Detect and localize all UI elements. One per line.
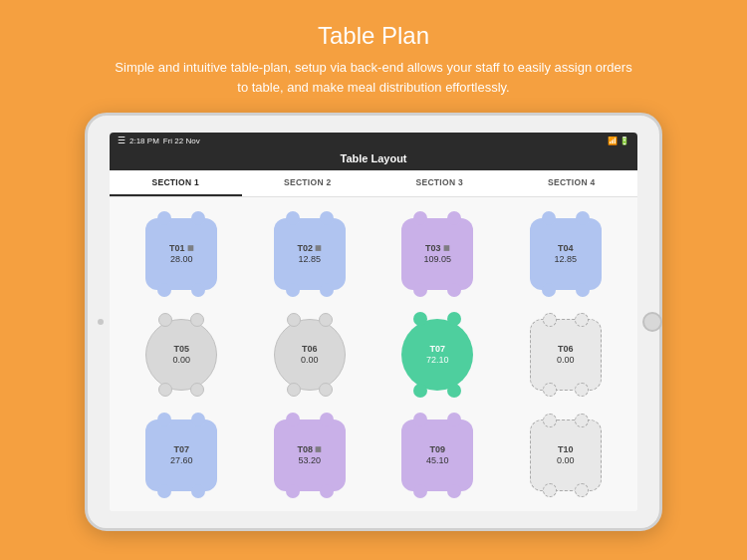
table-label-T08: T08▦ (297, 444, 322, 454)
tab-section2[interactable]: SECTION 2 (242, 170, 374, 196)
table-cell-T10[interactable]: T10 0.00 (506, 409, 626, 501)
page-title: Table Plan (318, 22, 429, 50)
tabs-row: SECTION 1 SECTION 2 SECTION 3 SECTION 4 (110, 170, 637, 197)
table-label-T09: T09 (429, 444, 445, 454)
table-cell-T03[interactable]: T03▦ 109.05 (377, 207, 498, 300)
table-cell-T01[interactable]: T01▦ 28.00 (122, 207, 242, 300)
table-grid: T01▦ 28.00 T02▦ 12.85 (110, 197, 637, 511)
ipad-camera (98, 319, 104, 325)
status-date: Fri 22 Nov (163, 137, 200, 145)
ipad-frame: ☰ 2:18 PM Fri 22 Nov 📶 🔋 Table Layout SE… (85, 113, 662, 531)
table-label-T04: T04 (558, 243, 574, 253)
tab-section3[interactable]: SECTION 3 (374, 170, 506, 196)
table-cell-T07[interactable]: T07 72.10 (377, 308, 498, 401)
tab-section1[interactable]: SECTION 1 (110, 170, 242, 196)
screen-title: Table Layout (340, 152, 406, 164)
table-label-T02: T02▦ (297, 243, 322, 253)
status-bar: ☰ 2:18 PM Fri 22 Nov 📶 🔋 (110, 133, 637, 148)
table-amount-T06b: 0.00 (557, 355, 575, 365)
table-label-T03: T03▦ (425, 243, 450, 253)
hamburger-icon: ☰ (118, 136, 125, 145)
ipad-screen: ☰ 2:18 PM Fri 22 Nov 📶 🔋 Table Layout SE… (110, 133, 637, 511)
table-label-T05: T05 (173, 344, 189, 354)
table-cell-T02[interactable]: T02▦ 12.85 (250, 207, 371, 300)
table-amount-T08: 53.20 (298, 455, 321, 465)
status-time: 2:18 PM (129, 137, 159, 145)
page-subtitle: Simple and intuitive table-plan, setup v… (115, 58, 632, 97)
tab-section4[interactable]: SECTION 4 (506, 170, 638, 196)
table-cell-T04[interactable]: T04 12.85 (506, 207, 626, 300)
table-amount-T07: 72.10 (426, 355, 449, 365)
table-label-T06b: T06 (558, 344, 574, 354)
table-cell-T09[interactable]: T09 45.10 (377, 409, 498, 501)
table-amount-T03: 109.05 (423, 254, 451, 264)
table-amount-T09: 45.10 (426, 455, 449, 465)
status-bar-right: 📶 🔋 (608, 137, 629, 145)
table-label-T06: T06 (302, 344, 318, 354)
table-amount-T01: 28.00 (170, 254, 193, 264)
battery-icon: 🔋 (620, 137, 629, 145)
ipad-home-button[interactable] (642, 312, 662, 332)
table-cell-T06[interactable]: T06 0.00 (250, 308, 371, 401)
table-cell-T08[interactable]: T08▦ 53.20 (250, 409, 371, 501)
wifi-icon: 📶 (608, 137, 620, 145)
table-amount-T06: 0.00 (301, 355, 319, 365)
table-amount-T02: 12.85 (298, 254, 321, 264)
table-label-T07: T07 (429, 344, 445, 354)
table-amount-T05: 0.00 (172, 355, 190, 365)
table-amount-T04: 12.85 (554, 254, 577, 264)
table-cell-T07b[interactable]: T07 27.60 (122, 409, 242, 501)
table-label-T07b: T07 (173, 444, 189, 454)
table-label-T01: T01▦ (169, 243, 194, 253)
table-amount-T07b: 27.60 (170, 455, 193, 465)
table-cell-T06b[interactable]: T06 0.00 (506, 308, 626, 401)
status-bar-left: ☰ 2:18 PM Fri 22 Nov (118, 136, 200, 145)
table-label-T10: T10 (558, 444, 574, 454)
table-amount-T10: 0.00 (557, 455, 575, 465)
screen-header: Table Layout (110, 148, 637, 170)
table-cell-T05[interactable]: T05 0.00 (122, 308, 242, 401)
